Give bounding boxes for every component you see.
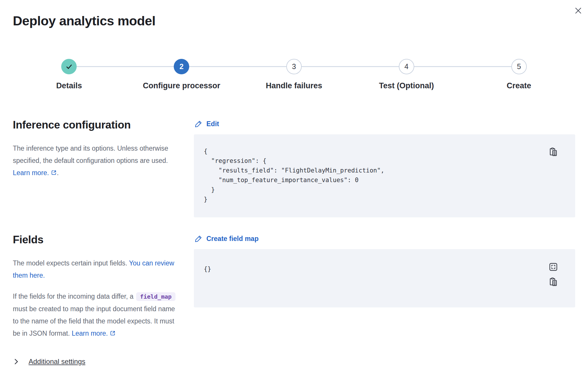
step-configure-processor-label: Configure processor [143, 81, 220, 90]
close-icon [574, 7, 582, 15]
deploy-analytics-model-flyout: Deploy analytics model Details 2 Configu… [0, 0, 588, 382]
field-map-code-chip: field_map [136, 292, 175, 301]
step-progress-bar: Details 2 Configure processor 3 Handle f… [13, 59, 575, 97]
step-handle-failures[interactable]: 3 Handle failures [238, 59, 350, 97]
close-button[interactable] [572, 5, 584, 16]
step-create-label: Create [507, 81, 531, 90]
step-create[interactable]: 5 Create [463, 59, 575, 97]
step-test-optional-circle[interactable]: 4 [399, 59, 414, 74]
step-handle-failures-label: Handle failures [266, 81, 322, 90]
step-handle-failures-circle[interactable]: 3 [286, 59, 302, 74]
fields-description: The model expects certain input fields. … [13, 257, 178, 281]
flyout-body: Inference configuration The inference ty… [13, 119, 575, 339]
check-icon [65, 63, 73, 71]
inference-configuration-heading: Inference configuration [13, 119, 178, 131]
external-link-icon [110, 330, 116, 336]
step-details[interactable]: Details [13, 59, 125, 97]
inference-configuration-panel: Edit { "regression": { "results_field": … [194, 119, 575, 217]
inference-config-json: { "regression": { "results_field": "Flig… [204, 147, 565, 204]
chevron-right-icon [13, 358, 20, 365]
fullscreen-icon [548, 262, 558, 272]
inference-learn-more-link[interactable]: Learn more. [13, 169, 57, 177]
step-details-circle[interactable] [61, 59, 77, 74]
step-create-circle[interactable]: 5 [511, 59, 527, 74]
copy-field-map-button[interactable] [548, 277, 558, 287]
pencil-icon [194, 235, 202, 243]
fields-learn-more-link[interactable]: Learn more. [72, 330, 116, 337]
pencil-icon [194, 120, 202, 128]
step-test-optional-label: Test (Optional) [379, 81, 434, 90]
additional-settings-accordion[interactable]: Additional settings [13, 358, 85, 366]
copy-inference-config-button[interactable] [548, 147, 558, 157]
step-configure-processor-circle[interactable]: 2 [174, 59, 189, 74]
field-map-json: {} [204, 264, 565, 274]
step-test-optional[interactable]: 4 Test (Optional) [350, 59, 463, 97]
fields-info: Fields The model expects certain input f… [13, 234, 178, 339]
fields-panel: Create field map {} [194, 234, 575, 339]
field-map-description: If the fields for the incoming data diff… [13, 290, 178, 339]
trailing-period: . [57, 169, 59, 177]
additional-settings-label: Additional settings [29, 358, 85, 366]
external-link-icon [51, 170, 57, 176]
inference-configuration-info: Inference configuration The inference ty… [13, 119, 178, 217]
expand-field-map-button[interactable] [548, 262, 558, 272]
copy-icon [548, 277, 558, 287]
create-field-map-button[interactable]: Create field map [194, 235, 259, 243]
field-map-code-block: {} [194, 249, 575, 307]
page-title: Deploy analytics model [13, 13, 575, 29]
step-details-label: Details [56, 81, 82, 90]
inference-config-code-block: { "regression": { "results_field": "Flig… [194, 134, 575, 217]
edit-inference-config-button[interactable]: Edit [194, 120, 219, 128]
inference-configuration-description: The inference type and its options. Unle… [13, 142, 178, 179]
copy-icon [548, 147, 558, 157]
fields-heading: Fields [13, 234, 178, 246]
step-configure-processor[interactable]: 2 Configure processor [125, 59, 238, 97]
